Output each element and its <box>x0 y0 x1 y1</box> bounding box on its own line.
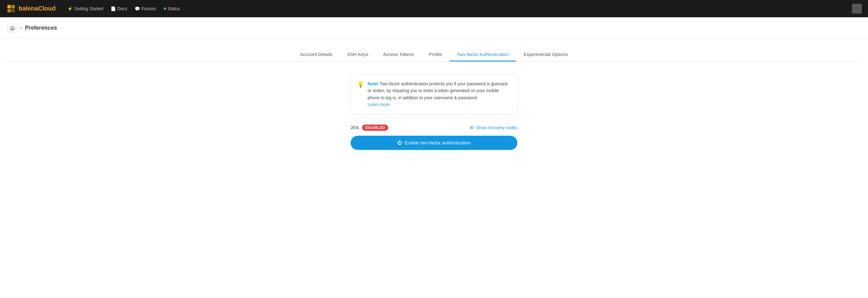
svg-point-5 <box>471 127 472 128</box>
tab-two-factor-auth[interactable]: Two-factor Authentication <box>450 48 516 61</box>
note-title: Note! <box>368 81 379 86</box>
twofa-section: 2FA DISABLED Show recovery codes ⏻ Enabl… <box>350 125 518 150</box>
tab-access-tokens[interactable]: Access Tokens <box>376 48 421 61</box>
svg-rect-0 <box>7 5 11 8</box>
nav-status[interactable]: Status <box>164 6 180 11</box>
nav-right <box>852 4 862 13</box>
twofa-label-group: 2FA DISABLED <box>350 125 388 131</box>
info-icon: 💡 <box>357 81 364 88</box>
nav-forums[interactable]: 💬 Forums <box>135 6 156 11</box>
tab-account-details[interactable]: Account Details <box>293 48 340 61</box>
nav-docs[interactable]: 📄 Docs <box>111 6 127 11</box>
recovery-codes-label: Show recovery codes <box>476 125 518 130</box>
lightning-icon: ⚡ <box>67 6 72 11</box>
note-box: 💡 Note! Two-factor authentication protec… <box>350 74 518 115</box>
main-content: Account Details SSH Keys Access Tokens P… <box>0 39 868 159</box>
top-navigation: balenaCloud ⚡ Getting Started 📄 Docs 💬 F… <box>0 0 868 17</box>
logo[interactable]: balenaCloud <box>6 4 56 13</box>
eye-icon <box>469 125 474 130</box>
breadcrumb: > Preferences <box>0 17 868 39</box>
svg-rect-1 <box>11 5 15 8</box>
status-dot-icon <box>164 7 166 10</box>
home-icon <box>10 25 15 30</box>
tab-experimental-options[interactable]: Experimental Options <box>516 48 575 61</box>
tab-profile[interactable]: Profile <box>421 48 450 61</box>
logo-text: balenaCloud <box>19 5 56 12</box>
enable-2fa-button[interactable]: ⏻ Enable two-factor authentication <box>350 136 518 150</box>
note-body: Two-factor authentication protects you i… <box>368 81 507 100</box>
nav-getting-started[interactable]: ⚡ Getting Started <box>67 6 103 11</box>
logo-icon <box>6 4 16 13</box>
twofa-status-row: 2FA DISABLED Show recovery codes <box>350 125 518 131</box>
breadcrumb-separator: > <box>20 25 23 31</box>
twofa-status-badge: DISABLED <box>362 125 388 131</box>
chat-icon: 💬 <box>135 6 140 11</box>
doc-icon: 📄 <box>111 6 116 11</box>
svg-rect-3 <box>11 9 15 12</box>
nav-links: ⚡ Getting Started 📄 Docs 💬 Forums Status <box>67 6 843 11</box>
power-icon: ⏻ <box>397 140 402 146</box>
tab-bar: Account Details SSH Keys Access Tokens P… <box>6 48 862 61</box>
svg-rect-2 <box>7 9 11 12</box>
twofa-label: 2FA <box>350 125 359 130</box>
show-recovery-codes-link[interactable]: Show recovery codes <box>469 125 518 130</box>
enable-btn-label: Enable two-factor authentication <box>405 140 471 145</box>
breadcrumb-page-title: Preferences <box>25 25 57 31</box>
user-avatar[interactable] <box>852 4 862 13</box>
learn-more-link[interactable]: Learn more <box>368 102 390 107</box>
tab-ssh-keys[interactable]: SSH Keys <box>340 48 376 61</box>
home-button[interactable] <box>7 23 17 33</box>
note-content: Note! Two-factor authentication protects… <box>368 80 510 108</box>
